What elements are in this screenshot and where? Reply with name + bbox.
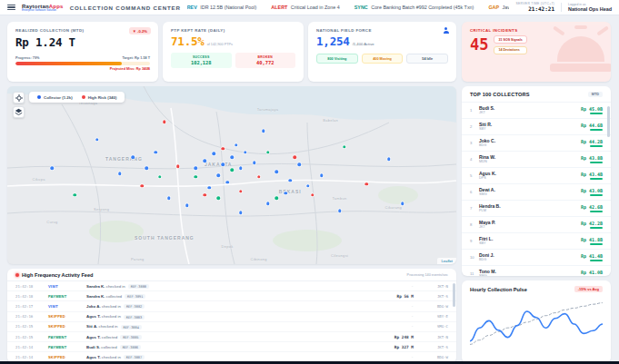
map-marker[interactable] [297,162,301,166]
incident-badges: 31 SOS Signals14 Deviations [494,35,526,54]
map-marker[interactable] [195,166,198,170]
map-marker[interactable] [230,156,234,160]
map-marker[interactable] [253,162,256,165]
collector-row[interactable]: 3Joko C.BDGRp 44.2B [462,134,611,151]
map-marker[interactable] [154,151,157,154]
collector-progress-bar [590,178,603,180]
map-marker[interactable] [185,204,189,208]
collector-row[interactable]: 1Budi S.JKTRp 45.0B [462,102,611,118]
map-marker[interactable] [158,175,162,179]
map-marker[interactable] [311,193,314,197]
collector-progress-bar [590,227,603,229]
map-layers-button[interactable] [13,106,25,118]
map-marker[interactable] [343,145,346,149]
map-marker[interactable] [204,160,207,163]
user-info[interactable]: Logged in as National Ops Head [568,3,612,13]
map-marker[interactable] [235,143,238,147]
map-marker[interactable] [225,181,229,184]
collectors-period-badge[interactable]: MTD [588,92,603,97]
map-marker[interactable] [73,193,76,197]
map-marker[interactable] [285,192,288,195]
collectors-scrollbar[interactable] [607,106,610,137]
map-marker[interactable] [239,211,243,214]
map-marker[interactable] [364,182,368,186]
map-marker[interactable] [262,129,265,133]
map-marker[interactable] [266,151,270,154]
map-attribution[interactable]: Leaflet [437,258,456,264]
feed-amount: - [354,314,414,319]
app-logo: RaytortanApps Enterprise Software Soluti… [22,4,64,12]
map-marker[interactable] [132,156,135,160]
map-marker[interactable] [163,120,166,123]
collector-row[interactable]: 9Fitri L.SBYRp 41.8B [462,232,611,249]
collector-row[interactable]: 7Hendra B.PLMRp 42.6B [462,200,611,216]
map-marker[interactable] [221,162,225,166]
feed-row[interactable]: 21:42:15SKIPPEDSiti A. checked inREF-388… [7,322,456,332]
collector-row[interactable]: 2Siti R.SBYRp 44.6B [462,118,611,134]
map-marker[interactable] [140,184,144,188]
map-marker[interactable] [216,197,220,201]
collector-city: BDG [479,143,581,148]
feed-rows: 21:42:18VISITSandra K. checked inREF-388… [7,281,456,363]
feed-row[interactable]: 21:42:18VISITSandra K. checked inREF-388… [7,281,456,291]
map-marker[interactable] [306,184,310,188]
map-marker[interactable] [212,152,215,156]
map-marker[interactable] [288,179,292,182]
operations-map[interactable]: TeluknagaTarumajayaBabelanTANGERANGJAKAR… [7,86,456,264]
feed-row[interactable]: 21:42:18PAYMENTSandra K. collectedREF-38… [7,291,456,301]
collector-row[interactable]: 8Maya P.JKTRp 42.2B [462,216,611,232]
progress-label: Progress: 79% [15,56,39,60]
map-marker[interactable] [401,202,404,206]
map-marker[interactable] [95,138,99,142]
map-marker[interactable] [338,209,342,212]
kpi-field-force-label: NATIONAL FIELD FORCE [316,28,448,33]
feed-row[interactable]: 21:42:17VISITJoko A. checked inREF-3882-… [7,301,456,311]
map-marker[interactable] [167,197,171,201]
map-marker[interactable] [216,173,220,177]
field-force-icon [443,27,449,34]
collector-row[interactable]: 4Rina W.MDNRp 43.8B [462,151,611,167]
map-locate-button[interactable] [13,92,25,103]
map-marker[interactable] [257,175,261,179]
map-marker[interactable] [320,173,324,177]
map-marker[interactable] [239,190,243,193]
feed-row[interactable]: 21:42:16SKIPPEDAgus T. checked inREF-388… [7,312,456,322]
collector-row[interactable]: 6Dewi A.SMGRp 43.0B [462,183,611,200]
collector-rank: 7 [470,206,479,211]
collector-row[interactable]: 11Tono M.SMGRp 41.0B [462,265,611,276]
map-marker[interactable] [204,193,207,197]
map-marker[interactable] [145,166,148,170]
feed-ref-badge: REF-3882 [124,304,145,309]
crosshair-icon [15,94,23,102]
map-marker[interactable] [176,164,180,168]
map-marker[interactable] [239,166,243,170]
map-marker[interactable] [221,147,225,151]
ticker-item: SYNC Core Banking Batch #992 Completed (… [354,5,474,10]
map-marker[interactable] [195,175,198,179]
map-marker[interactable] [118,172,122,175]
hamburger-menu-icon[interactable] [7,5,15,11]
pulse-badge: -15% vs Avg [574,286,603,292]
feed-title: High Frequency Activity Feed [22,272,93,278]
ptp-success-box: SUCCESS 102,128 [171,53,232,68]
feed-zone: BDG-W [414,355,448,359]
feed-scrollbar[interactable] [453,283,455,307]
feed-amount: - [354,284,414,289]
collector-progress-bar [590,113,603,114]
map-marker[interactable] [51,166,55,170]
feed-row[interactable]: 21:42:14PAYMENTBudi S. collectedREF-3886… [7,342,456,352]
collector-row[interactable]: 10Doni J.BDGRp 41.4B [462,249,611,265]
map-marker[interactable] [244,151,247,154]
feed-zone: JKT-S [414,345,448,349]
feed-row[interactable]: 21:42:15PAYMENTAgus T. collectedREF-3885… [7,332,456,342]
kpi-ptp-subtext: of 142,900 PTPs [207,43,233,46]
map-marker[interactable] [387,158,391,162]
map-marker[interactable] [266,202,270,206]
map-marker[interactable] [208,186,212,190]
map-marker[interactable] [275,197,279,201]
map-marker[interactable] [293,156,296,160]
map-marker[interactable] [230,168,234,172]
map-marker[interactable] [275,170,279,173]
feed-time: 21:42:15 [15,324,48,329]
collector-row[interactable]: 5Agus K.DPSRp 43.4B [462,167,611,183]
